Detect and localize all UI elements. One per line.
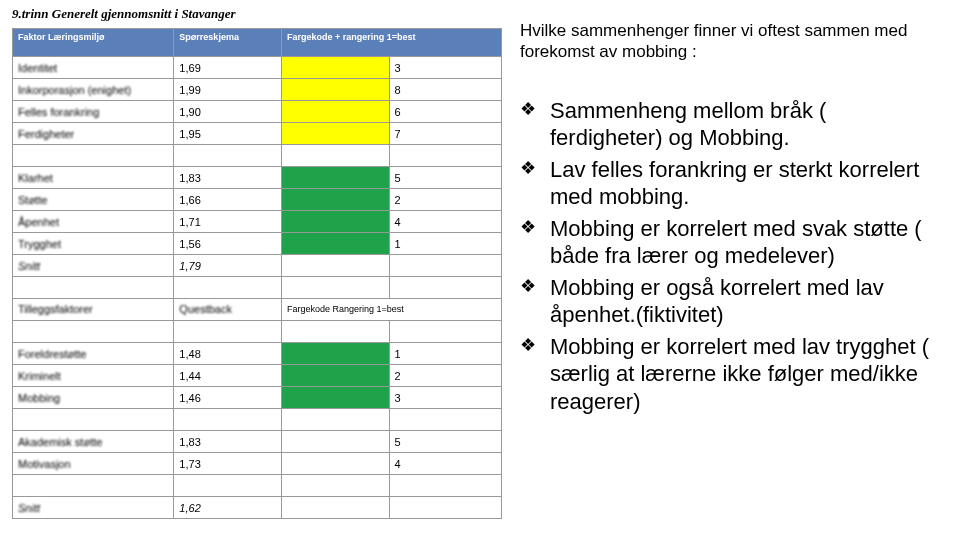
th-faktor: Faktor Læringsmiljø <box>13 29 174 57</box>
table2-header-row: Tilleggsfaktorer Questback Fargekode Ran… <box>13 299 502 321</box>
page-title: 9.trinn Generelt gjennomsnitt i Stavange… <box>12 6 502 22</box>
table-row: Motivasjon 1,73 4 <box>13 453 502 475</box>
table-row: Mobbing 1,46 3 <box>13 387 502 409</box>
table-row: Felles forankring 1,90 6 <box>13 101 502 123</box>
right-panel: Hvilke sammenhenger finner vi oftest sam… <box>520 20 940 419</box>
color-cell <box>281 57 389 79</box>
color-cell <box>281 431 389 453</box>
data-table: Faktor Læringsmiljø Spørreskjema Fargeko… <box>12 28 502 519</box>
table-row: Inkorporasjon (enighet) 1,99 8 <box>13 79 502 101</box>
table-row: Åpenhet 1,71 4 <box>13 211 502 233</box>
table-row: Trygghet 1,56 1 <box>13 233 502 255</box>
table-row: Identitet 1,69 3 <box>13 57 502 79</box>
color-cell <box>281 211 389 233</box>
color-cell <box>281 101 389 123</box>
list-item: Mobbing er korrelert med lav trygghet ( … <box>520 333 940 416</box>
table-row: Ferdigheter 1,95 7 <box>13 123 502 145</box>
table-row: Klarhet 1,83 5 <box>13 167 502 189</box>
list-item: Mobbing er også korrelert med lav åpenhe… <box>520 274 940 329</box>
color-cell <box>281 343 389 365</box>
table-row: Kriminelt 1,44 2 <box>13 365 502 387</box>
color-cell <box>281 123 389 145</box>
left-panel: 9.trinn Generelt gjennomsnitt i Stavange… <box>12 6 502 519</box>
color-cell <box>281 387 389 409</box>
list-item: Lav felles forankring er sterkt korreler… <box>520 156 940 211</box>
table2-average-row: Snitt 1,62 <box>13 497 502 519</box>
th-rank: Fargekode + rangering 1=best <box>281 29 501 57</box>
table1-average-row: Snitt 1,79 <box>13 255 502 277</box>
color-cell <box>281 167 389 189</box>
table-row: Støtte 1,66 2 <box>13 189 502 211</box>
bullet-list: Sammenheng mellom bråk ( ferdigheter) og… <box>520 97 940 416</box>
list-item: Mobbing er korrelert med svak støtte ( b… <box>520 215 940 270</box>
table1-header-row: Faktor Læringsmiljø Spørreskjema Fargeko… <box>13 29 502 57</box>
table-row: Akademisk støtte 1,83 5 <box>13 431 502 453</box>
th-score: Spørreskjema <box>174 29 282 57</box>
color-cell <box>281 453 389 475</box>
table-row: Foreldrestøtte 1,48 1 <box>13 343 502 365</box>
color-cell <box>281 233 389 255</box>
color-cell <box>281 79 389 101</box>
color-cell <box>281 189 389 211</box>
color-cell <box>281 365 389 387</box>
list-item: Sammenheng mellom bråk ( ferdigheter) og… <box>520 97 940 152</box>
intro-text: Hvilke sammenhenger finner vi oftest sam… <box>520 20 940 63</box>
